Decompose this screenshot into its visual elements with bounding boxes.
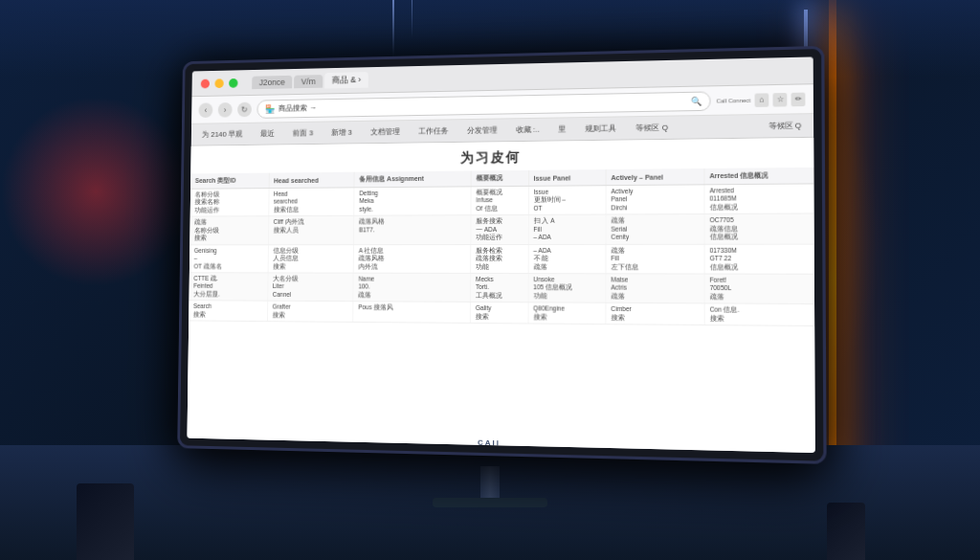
table-cell-4-3: Gality 搜索 [470,302,527,324]
table-cell-0-0: 名称分级 搜索名称 功能运作 [190,189,269,217]
table-row: CTTE 疏. Feinted 大分层显.大名分级 Liter CannelNa… [189,273,813,304]
browser-tab-active[interactable]: 商品 & › [324,72,368,88]
search-icon: 🔍 [690,96,701,105]
reload-button[interactable]: ↻ [237,101,252,117]
table-cell-1-2: 疏落风格 B1T7. [354,215,471,244]
table-cell-3-3: Mecks Torti. 工具概况 [470,273,527,302]
col-header-2: Head searched [269,172,354,189]
table-cell-2-4: – ADA 不 能 疏落 [528,244,606,274]
traffic-light-green[interactable] [229,78,237,88]
table-cell-2-0: Genising – OT 疏落名 [189,244,268,272]
back-button[interactable]: ‹ [198,102,212,118]
monitor-bezel: J2once V/m 商品 & › ‹ › ↻ 🏪 商品搜索 → [180,49,823,461]
home-icon-btn[interactable]: ⌂ [755,93,769,107]
bookmark-icon-btn[interactable]: ☆ [772,92,787,106]
bg-glow-left [0,96,191,287]
table-cell-4-4: Q80Engine 搜索 [528,302,606,325]
table-cell-0-4: Issue 更新时间 – OT [528,186,606,215]
col-header-6: Actively – Panel [606,168,704,186]
monitor: J2once V/m 商品 & › ‹ › ↻ 🏪 商品搜索 → [177,46,826,464]
menu-item-4[interactable]: 新增 3 [327,125,355,140]
col-header-1: Search 类型ID [190,173,269,190]
menu-item-8[interactable]: 收藏 :.. [512,123,544,137]
table-cell-3-0: CTTE 疏. Feinted 大分层显. [189,273,267,302]
table-cell-2-3: 服务检索 疏落搜索 功能 [471,244,528,273]
menu-item-5[interactable]: 文档管理 [367,124,404,139]
col-header-4: 概要概况 [471,170,528,187]
monitor-neck [480,466,500,500]
data-table: Search 类型ID Head searched 备用信息 Assignmen… [189,168,814,326]
menu-item-2[interactable]: 最近 [256,126,278,141]
table-cell-3-4: Unsoke 105 信息概况 功能 [528,274,606,303]
menu-item-3[interactable]: 前面 3 [289,126,317,141]
menu-item-6[interactable]: 工作任务 [414,123,452,138]
col-header-3: 备用信息 Assignment [354,170,471,187]
table-cell-2-1: 信息分级 人员信息 搜索 [268,244,354,273]
page-content: 为习皮何 Search 类型ID Head searched 备用信息 Assi… [187,138,814,453]
menu-item-11[interactable]: 等候区 Q [633,121,673,136]
table-cell-2-5: 疏落 Fill 左下信息 [606,244,704,274]
forward-button[interactable]: › [218,102,233,118]
table-cell-0-5: Actively Panel Dirchi [606,185,704,214]
table-cell-4-6: Con 信息. 搜索 [704,303,814,325]
table-cell-3-1: 大名分级 Liter Cannel [267,273,353,302]
table-cell-0-1: Head searched 搜索信息 [268,188,354,216]
desk-item-left [77,483,134,560]
table-cell-4-5: Cimber 搜索 [606,303,704,325]
menu-item-1[interactable]: 为 2140 早观 [198,127,246,142]
table-cell-0-2: Detting Meka style. [354,187,471,216]
table-cell-4-1: Grafter 搜索 [267,301,353,322]
table-cell-1-3: 服务搜索 一 ADA 功能运作 [471,215,528,244]
table-cell-0-6: Arrested 011685M 信息概况 [704,184,813,214]
table-cell-4-0: Search 搜索 [189,301,267,322]
monitor-base [433,498,547,507]
ceiling-light-2 [412,0,412,38]
table-row: Genising – OT 疏落名信息分级 人员信息 搜索A 社信息 疏落风格 … [189,244,813,275]
table-row: 名称分级 搜索名称 功能运作Head searched 搜索信息Detting … [190,184,813,216]
browser-tab-vim[interactable]: V/m [294,75,323,88]
table-cell-1-1: Cliff 内外流 搜索人员 [268,216,354,245]
menu-item-10[interactable]: 规则工具 [582,121,621,136]
col-header-7: Arrested 信息概况 [704,168,813,185]
table-cell-0-3: 概要概况 Infuse Of 信息 [471,186,528,215]
monitor-brand: CAIl [478,438,501,448]
col-header-5: Issue Panel [528,169,606,186]
address-bar[interactable]: 🏪 商品搜索 → 🔍 [256,91,710,118]
table-row: Search 搜索Grafter 搜索Pous 搜落风Gality 搜索Q80E… [189,301,813,326]
call-connect-text: Call Connect [716,97,750,103]
table-cell-1-4: 扫 入 A Fill – ADA [528,214,606,244]
menu-right-icon[interactable]: 等候区 Q [765,118,806,133]
traffic-light-yellow[interactable] [214,78,223,88]
screen: J2once V/m 商品 & › ‹ › ↻ 🏪 商品搜索 → [187,56,814,453]
nav-icons: Call Connect ⌂ ☆ ✏ [716,92,805,107]
table-cell-2-2: A 社信息 疏落风格 内外流 [353,244,470,273]
menu-item-7[interactable]: 分发管理 [463,123,501,137]
table-cell-1-6: OC7705 疏落信息 信息概况 [704,213,814,244]
menu-item-9[interactable]: 里 [555,122,570,136]
site-icon: 🏪 [265,104,275,114]
table-cell-3-5: Matse Actris 疏落 [606,274,704,303]
ceiling-light-1 [392,0,394,57]
table-cell-3-6: Foret! 70050L 疏落 [704,274,814,304]
table-row: 疏落 名称分级 搜索Cliff 内外流 搜索人员疏落风格 B1T7.服务搜索 一… [189,213,813,244]
table-cell-4-2: Pous 搜落风 [353,302,471,324]
traffic-light-red[interactable] [201,78,210,88]
address-text: 商品搜索 → [278,102,317,113]
table-cell-3-2: Name 100. 疏落 [353,273,471,302]
table-cell-2-6: 017330M GT7 22 信息概况 [704,244,814,275]
desk-item-right [827,503,865,560]
browser-tab-j2once[interactable]: J2once [252,75,292,88]
table-cell-1-5: 疏落 Serial Cenity [606,214,704,244]
edit-icon-btn[interactable]: ✏ [791,92,806,106]
table-cell-1-0: 疏落 名称分级 搜索 [189,216,268,245]
